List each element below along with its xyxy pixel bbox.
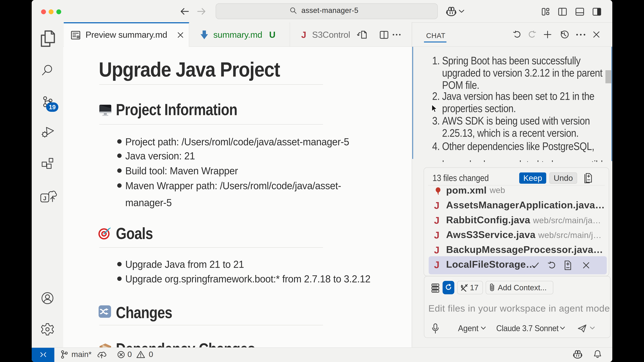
svg-text:J: J [43, 195, 46, 201]
